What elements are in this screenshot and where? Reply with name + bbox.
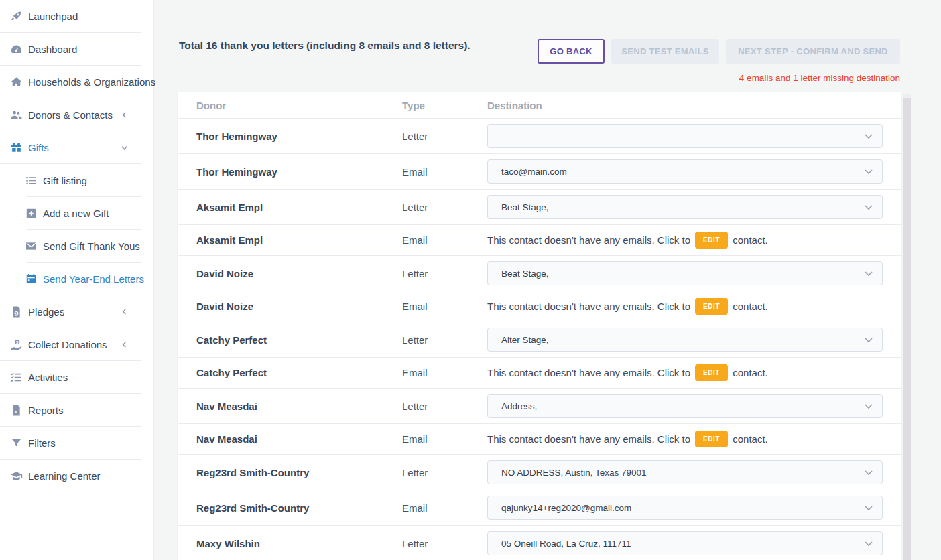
donor-name: Maxy Wilshin: [178, 538, 402, 549]
donor-name: Catchy Perfect: [178, 367, 402, 378]
donor-name: Aksamit Empl: [178, 234, 402, 246]
donor-name: Thor Hemingway: [178, 131, 402, 142]
sidebar-item-filters[interactable]: Filters: [0, 427, 153, 460]
gauge-icon: [9, 43, 23, 56]
checklist-icon: [9, 371, 23, 384]
type-label: Letter: [402, 202, 487, 213]
type-label: Email: [402, 367, 487, 378]
hand-dollar-icon: [9, 338, 23, 352]
donor-name: Aksamit Empl: [178, 202, 402, 213]
calendar-icon: [24, 273, 38, 286]
sidebar-item-learning-center[interactable]: Learning Center: [0, 460, 153, 492]
chevron-down-icon: [865, 267, 873, 279]
funnel-icon: [9, 437, 23, 450]
sidebar-item-gifts[interactable]: Gifts: [0, 131, 153, 164]
next-step-confirm-send-button[interactable]: NEXT STEP - CONFIRM AND SEND: [726, 39, 900, 64]
sidebar-item-label: Filters: [28, 437, 56, 449]
column-header-destination: Destination: [487, 100, 901, 111]
sidebar-item-collect-donations[interactable]: Collect Donations: [0, 328, 153, 361]
type-label: Email: [402, 433, 487, 445]
donor-name: Thor Hemingway: [178, 166, 402, 178]
scrollbar[interactable]: [903, 94, 911, 560]
letters-table: Donor Type Destination Thor Hemingway Le…: [178, 92, 901, 560]
sidebar-item-label: Dashboard: [28, 44, 77, 55]
table-row: Thor Hemingway Letter: [178, 119, 901, 154]
scrollbar-thumb[interactable]: [903, 98, 911, 560]
sidebar-item-households-organizations[interactable]: Households & Organizations: [0, 66, 153, 98]
go-back-button[interactable]: GO BACK: [538, 39, 605, 64]
chevron-down-icon: [865, 334, 873, 346]
sidebar-item-label: Activities: [28, 372, 68, 383]
sidebar-item-label: Gift listing: [43, 175, 87, 186]
file-report-icon: [9, 404, 23, 417]
invoice-dollar-icon: [9, 305, 23, 319]
sidebar-item-label: Collect Donations: [28, 339, 107, 350]
table-row: Catchy Perfect Email This contact doesn'…: [178, 358, 901, 389]
table-row: David Noize Email This contact doesn't h…: [178, 291, 901, 322]
select-value: Address,: [501, 401, 537, 411]
donor-name: Nav Measdai: [178, 433, 402, 445]
chevron-down-icon: [865, 130, 873, 142]
no-email-message: This contact doesn't have any emails. Cl…: [487, 433, 690, 445]
select-value: taco@main.com: [501, 167, 567, 177]
sidebar-item-gift-listing[interactable]: Gift listing: [0, 164, 153, 197]
chevron-left-icon: [121, 111, 128, 119]
table-row: Aksamit Empl Email This contact doesn't …: [178, 225, 901, 256]
edit-contact-button[interactable]: EDIT: [695, 232, 728, 249]
sidebar-item-label: Gifts: [28, 142, 49, 153]
destination-select[interactable]: Alter Stage,: [487, 328, 883, 352]
column-header-donor: Donor: [178, 100, 402, 111]
sidebar-item-dashboard[interactable]: Dashboard: [0, 33, 153, 66]
sidebar-item-donors-contacts[interactable]: Donors & Contacts: [0, 98, 153, 131]
sidebar-item-label: Send Gift Thank Yous: [43, 240, 140, 252]
main-content: Total 16 thank you letters (including 8 …: [154, 0, 941, 560]
destination-select[interactable]: Beat Stage,: [487, 195, 883, 219]
table-header-row: Donor Type Destination: [178, 92, 901, 119]
sidebar-item-launchpad[interactable]: Launchpad: [0, 0, 153, 33]
type-label: Letter: [402, 467, 487, 478]
type-label: Letter: [402, 131, 487, 142]
donor-name: Reg23rd Smith-Country: [178, 502, 402, 514]
type-label: Letter: [402, 334, 487, 346]
sidebar-item-label: Reports: [28, 405, 64, 416]
sidebar-item-send-gift-thank-yous[interactable]: Send Gift Thank Yous: [0, 230, 153, 263]
edit-contact-button[interactable]: EDIT: [695, 298, 728, 315]
table-row: Thor Hemingway Email taco@main.com: [178, 154, 901, 190]
destination-select[interactable]: taco@main.com: [487, 159, 883, 184]
send-test-emails-button[interactable]: SEND TEST EMAILS: [611, 39, 719, 64]
destination-select[interactable]: NO ADDRESS, Austin, Texas 79001: [487, 460, 883, 484]
edit-contact-button[interactable]: EDIT: [695, 364, 728, 381]
select-value: Beat Stage,: [501, 269, 549, 279]
sidebar-item-send-year-end-letters[interactable]: Send Year-End Letters: [0, 263, 153, 295]
sidebar-item-pledges[interactable]: Pledges: [0, 295, 153, 328]
destination-select[interactable]: qajunky14+reg2020@gmail.com: [487, 496, 883, 520]
type-label: Email: [402, 234, 487, 246]
column-header-type: Type: [402, 100, 487, 111]
destination-select[interactable]: [487, 124, 883, 148]
select-value: Alter Stage,: [501, 335, 549, 345]
destination-select[interactable]: 05 Oneill Road, La Cruz, 111711: [487, 531, 883, 555]
table-row: Aksamit Empl Letter Beat Stage,: [178, 190, 901, 225]
donor-name: David Noize: [178, 268, 402, 279]
sidebar-item-reports[interactable]: Reports: [0, 394, 153, 427]
table-row: Catchy Perfect Letter Alter Stage,: [178, 322, 901, 358]
table-row: Reg23rd Smith-Country Email qajunky14+re…: [178, 490, 901, 526]
destination-select[interactable]: Address,: [487, 394, 883, 418]
donor-name: Nav Measdai: [178, 401, 402, 412]
type-label: Letter: [402, 538, 487, 549]
table-row: Nav Measdai Letter Address,: [178, 389, 901, 424]
chevron-down-icon: [865, 165, 873, 178]
edit-contact-button[interactable]: EDIT: [695, 431, 728, 447]
table-row: Reg23rd Smith-Country Letter NO ADDRESS,…: [178, 455, 901, 490]
chevron-down-icon: [865, 201, 873, 213]
type-label: Email: [402, 166, 487, 178]
select-value: 05 Oneill Road, La Cruz, 111711: [501, 539, 631, 549]
sidebar-item-label: Households & Organizations: [28, 76, 155, 88]
no-email-message-after: contact.: [733, 433, 768, 445]
sidebar-item-add-new-gift[interactable]: Add a new Gift: [0, 197, 153, 230]
type-label: Email: [402, 502, 487, 514]
sidebar-item-activities[interactable]: Activities: [0, 361, 153, 394]
no-email-message: This contact doesn't have any emails. Cl…: [487, 367, 690, 378]
destination-select[interactable]: Beat Stage,: [487, 261, 883, 285]
donor-name: David Noize: [178, 301, 402, 312]
